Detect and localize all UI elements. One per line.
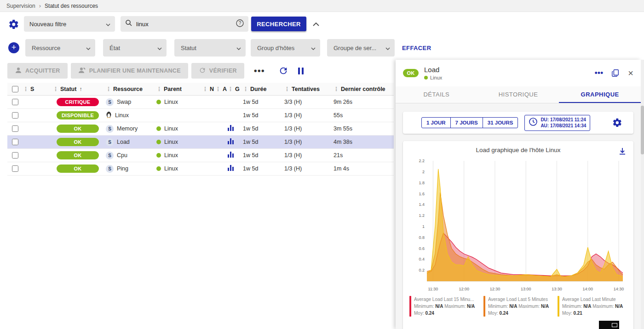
column-header-duration[interactable]: ⋮Durée (243, 86, 284, 92)
duration-value: 1w 5d (243, 152, 284, 159)
more-actions-ellipsis-icon[interactable]: ••• (254, 68, 265, 73)
svg-text:2.2: 2.2 (419, 159, 425, 163)
graph-icon[interactable] (228, 125, 234, 131)
chevron-down-icon (81, 45, 91, 51)
status-badge: DISPONIBLE (57, 111, 99, 119)
criteria-resource-select[interactable]: Ressource (25, 39, 95, 57)
clear-filters-link[interactable]: EFFACER (402, 45, 431, 51)
range-31days-button[interactable]: 31 JOURS (483, 117, 518, 128)
graph-icon[interactable] (228, 152, 234, 158)
collapse-filters-chevron-up-icon[interactable] (312, 20, 320, 28)
column-header-resource[interactable]: ⋮Ressource (106, 86, 156, 92)
last-check-value: 55s (334, 112, 394, 119)
criteria-hostgroup-select[interactable]: Group d'hôtes (251, 39, 320, 57)
time-range-button-group: 1 JOUR 7 JOURS 31 JOURS (421, 117, 518, 128)
row-checkbox[interactable] (12, 125, 18, 132)
svg-text:1: 1 (422, 224, 424, 229)
table-row[interactable]: OK SPing Linux 1w 5d 1/3 (H) 1m 4s (7, 162, 394, 176)
column-menu-icon: ⋮ (284, 86, 290, 92)
criteria-status-select[interactable]: Statut (174, 39, 246, 57)
parent-name: Linux (164, 152, 178, 159)
column-header-parent[interactable]: ⋮Parent (156, 86, 202, 92)
duration-value: 1w 5d (243, 165, 284, 172)
parent-name: Linux (164, 125, 178, 132)
svg-text:0.6: 0.6 (419, 246, 425, 251)
column-header-g[interactable]: ⋮G (228, 86, 243, 92)
table-row[interactable]: OK SCpu Linux 1w 5d 1/3 (H) 21s (7, 149, 394, 162)
chevron-down-icon (306, 45, 316, 51)
saved-filter-value: Nouveau filtre (29, 21, 66, 28)
filter-settings-gear-icon[interactable] (8, 19, 19, 30)
copy-link-icon[interactable] (611, 69, 620, 77)
panel-tabs: DÉTAILS HISTORIQUE GRAPHIQUE (396, 86, 641, 103)
breadcrumb: Supervision › Statut des ressources (0, 0, 644, 12)
search-button[interactable]: RECHERCHER (251, 17, 306, 31)
table-row[interactable]: OK SMemory Linux 1w 5d 1/3 (H) 3m 55s (7, 122, 394, 136)
table-row-selected[interactable]: OK SLoad Linux 1w 5d 1/3 (H) 4m 38s (7, 136, 394, 149)
resource-name: Ping (117, 165, 128, 172)
legend-color-bar (483, 296, 485, 317)
row-checkbox[interactable] (12, 152, 18, 159)
range-1day-button[interactable]: 1 JOUR (421, 117, 451, 128)
maintenance-button[interactable]: PLANIFIER UNE MAINTENANCE (71, 63, 188, 79)
table-row[interactable]: DISPONIBLE Linux 1w 5d 1/3 (H) 55s (7, 109, 394, 122)
saved-filter-select[interactable]: Nouveau filtre (24, 16, 115, 32)
pause-icon[interactable] (298, 68, 304, 74)
service-icon: S (106, 98, 114, 106)
graph-settings-gear-icon[interactable] (612, 118, 622, 128)
search-input[interactable] (136, 21, 232, 28)
refresh-icon[interactable] (278, 66, 288, 76)
breadcrumb-section[interactable]: Supervision (6, 3, 35, 9)
svg-text:?: ? (239, 21, 242, 26)
criteria-servicegroup-select[interactable]: Groupe de ser... (327, 39, 395, 57)
column-header-n[interactable]: ⋮N (202, 86, 215, 92)
chart-legend: Average Load Last 15 Minu... Minimum: N/… (408, 296, 629, 317)
row-checkbox[interactable] (12, 139, 18, 145)
criteria-state-select[interactable]: État (103, 39, 167, 57)
screen-icon (612, 323, 617, 327)
legend-item-load1[interactable]: Average Load Last Minute Minimum: N/A Ma… (558, 296, 627, 317)
graph-title: Load graphique de l'hôte Linux (408, 147, 629, 153)
panel-body: 1 JOUR 7 JOURS 31 JOURS DU: 17/08/2021 1… (396, 103, 641, 329)
column-menu-icon: ⋮ (215, 86, 221, 92)
duration-value: 1w 5d (243, 112, 284, 119)
legend-item-load15[interactable]: Average Load Last 15 Minu... Minimum: N/… (409, 296, 479, 317)
acknowledge-button[interactable]: ACQUITTER (7, 63, 68, 79)
row-checkbox[interactable] (12, 99, 18, 105)
scrollbar-thumb[interactable] (641, 106, 644, 154)
duration-value: 1w 5d (243, 125, 284, 132)
legend-color-bar (558, 296, 559, 317)
panel-scrollbar[interactable] (641, 60, 644, 329)
table-header-row: ⋮S ⋮Statut↑ ⋮Ressource ⋮Parent ⋮N ⋮A ⋮G … (7, 83, 394, 96)
row-checkbox[interactable] (12, 112, 18, 119)
panel-more-ellipsis-icon[interactable]: ••• (594, 71, 603, 75)
recheck-icon (199, 67, 206, 75)
last-check-value: 21s (334, 152, 394, 159)
download-icon[interactable] (618, 147, 627, 156)
column-header-a[interactable]: ⋮A (215, 86, 228, 92)
range-7days-button[interactable]: 7 JOURS (450, 117, 483, 128)
load-chart[interactable]: 11:3012:0012:3013:0013:3014:0014:300.20.… (410, 156, 627, 294)
column-header-status[interactable]: ⋮Statut↑ (53, 86, 106, 92)
row-checkbox[interactable] (12, 165, 18, 172)
check-button[interactable]: VÉRIFIER (191, 63, 244, 79)
graph-icon[interactable] (228, 165, 234, 171)
tab-details[interactable]: DÉTAILS (396, 86, 477, 103)
column-header-tries[interactable]: ⋮Tentatives (284, 86, 334, 92)
add-criteria-button[interactable]: + (8, 42, 19, 53)
legend-name: Average Load Last 5 Minutes (488, 296, 549, 303)
column-header-lastcheck[interactable]: ⋮Dernier contrôle (334, 86, 394, 92)
help-icon[interactable]: ? (236, 19, 244, 29)
table-row[interactable]: CRITIQUE SSwap Linux 1w 5d 3/3 (H) 9m 26… (7, 96, 394, 109)
select-all-checkbox[interactable] (12, 86, 18, 92)
graph-icon[interactable] (228, 138, 234, 144)
resource-name: Swap (117, 99, 131, 105)
legend-item-load5[interactable]: Average Load Last 5 Minutes Minimum: N/A… (483, 296, 553, 317)
column-header-severity[interactable]: ⋮S (23, 86, 53, 92)
close-panel-icon[interactable]: × (628, 69, 633, 77)
tab-history[interactable]: HISTORIQUE (477, 86, 559, 103)
tab-graph[interactable]: GRAPHIQUE (559, 86, 641, 103)
chevron-down-icon (232, 45, 241, 51)
custom-date-range[interactable]: DU: 17/08/2021 11:24 AU: 17/08/2021 14:3… (524, 115, 590, 131)
date-from: DU: 17/08/2021 11:24 (540, 117, 586, 123)
